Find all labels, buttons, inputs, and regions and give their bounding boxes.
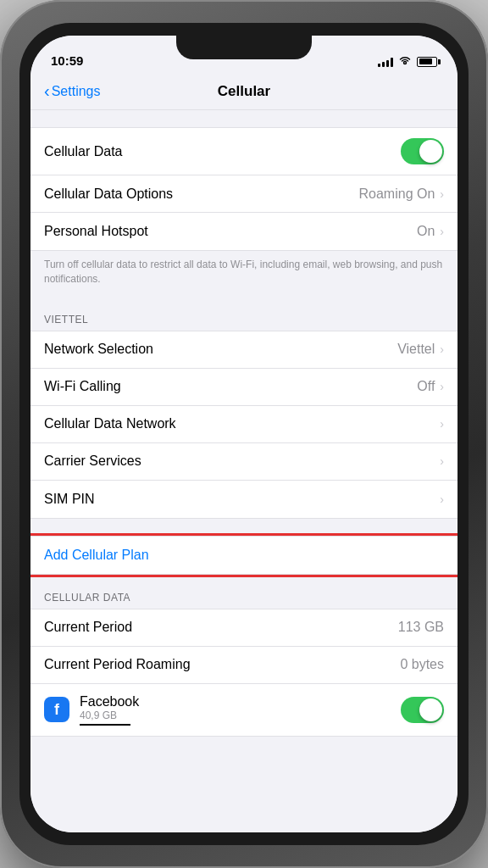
cellular-data-options-chevron-icon: › bbox=[440, 187, 444, 201]
facebook-size: 40,9 GB bbox=[80, 709, 401, 721]
phone-inner: 10:59 bbox=[19, 23, 469, 845]
current-period-roaming-value: 0 bytes bbox=[400, 657, 444, 672]
current-period-roaming-row: Current Period Roaming 0 bytes bbox=[30, 647, 458, 684]
cellular-data-network-chevron-icon: › bbox=[440, 417, 444, 431]
facebook-info: Facebook 40,9 GB bbox=[80, 694, 401, 726]
page-title: Cellular bbox=[218, 83, 270, 100]
personal-hotspot-label: Personal Hotspot bbox=[44, 224, 148, 239]
cellular-data-network-label: Cellular Data Network bbox=[44, 416, 176, 431]
viettel-settings-group: Network Selection Viettel › Wi-Fi Callin… bbox=[30, 331, 458, 519]
phone-frame: 10:59 bbox=[0, 0, 488, 868]
status-icons bbox=[378, 55, 437, 68]
sim-pin-chevron-icon: › bbox=[440, 492, 444, 506]
facebook-usage-bar bbox=[80, 724, 130, 726]
personal-hotspot-right: On › bbox=[417, 224, 444, 239]
signal-bar-1 bbox=[378, 64, 380, 67]
wifi-calling-label: Wi-Fi Calling bbox=[44, 379, 121, 394]
carrier-services-chevron-icon: › bbox=[440, 454, 444, 468]
viettel-section: VIETTEL Network Selection Viettel › bbox=[30, 314, 458, 519]
screen: 10:59 bbox=[30, 36, 458, 832]
cellular-data-options-value: Roaming On bbox=[359, 186, 435, 202]
cellular-data-section-label: CELLULAR DATA bbox=[30, 592, 458, 609]
cellular-data-network-right: › bbox=[440, 417, 444, 431]
add-cellular-plan-row[interactable]: Add Cellular Plan bbox=[30, 536, 458, 575]
add-cellular-plan-label: Add Cellular Plan bbox=[44, 548, 149, 562]
personal-hotspot-value: On bbox=[417, 224, 435, 239]
back-button[interactable]: ‹ Settings bbox=[44, 81, 100, 101]
current-period-roaming-right: 0 bytes bbox=[400, 657, 444, 672]
content-area: Cellular Data Cellular Data Options Roam… bbox=[30, 110, 458, 832]
network-selection-right: Viettel › bbox=[397, 342, 444, 357]
back-chevron-icon: ‹ bbox=[44, 81, 50, 101]
toggle-knob bbox=[419, 140, 442, 163]
personal-hotspot-chevron-icon: › bbox=[440, 225, 444, 238]
facebook-name: Facebook bbox=[80, 694, 401, 709]
current-period-row: Current Period 113 GB bbox=[30, 609, 458, 647]
current-period-roaming-label: Current Period Roaming bbox=[44, 657, 191, 672]
wifi-calling-right: Off › bbox=[417, 379, 444, 394]
cellular-data-network-row[interactable]: Cellular Data Network › bbox=[30, 406, 458, 443]
network-selection-chevron-icon: › bbox=[440, 342, 444, 356]
cellular-data-row[interactable]: Cellular Data bbox=[30, 128, 458, 175]
cellular-data-stats-group: Current Period 113 GB Current Period Roa… bbox=[30, 609, 458, 737]
facebook-row[interactable]: f Facebook 40,9 GB bbox=[30, 684, 458, 736]
facebook-icon: f bbox=[44, 697, 69, 722]
wifi-icon bbox=[398, 55, 412, 68]
status-time: 10:59 bbox=[51, 53, 83, 68]
current-period-right: 113 GB bbox=[398, 620, 444, 635]
wifi-calling-row[interactable]: Wi-Fi Calling Off › bbox=[30, 369, 458, 406]
battery-fill bbox=[419, 58, 432, 64]
bottom-spacer bbox=[30, 737, 458, 762]
signal-bar-4 bbox=[391, 58, 393, 67]
cellular-data-options-row[interactable]: Cellular Data Options Roaming On › bbox=[30, 175, 458, 213]
cellular-description: Turn off cellular data to restrict all d… bbox=[30, 251, 458, 297]
signal-bar-3 bbox=[386, 60, 389, 67]
network-selection-value: Viettel bbox=[397, 342, 435, 357]
carrier-services-label: Carrier Services bbox=[44, 453, 141, 469]
personal-hotspot-row[interactable]: Personal Hotspot On › bbox=[30, 213, 458, 250]
current-period-label: Current Period bbox=[44, 620, 132, 635]
viettel-section-label: VIETTEL bbox=[30, 314, 458, 331]
nav-bar: ‹ Settings Cellular bbox=[30, 73, 458, 110]
notch bbox=[176, 36, 312, 59]
cellular-data-options-label: Cellular Data Options bbox=[44, 186, 173, 202]
main-section: Cellular Data Cellular Data Options Roam… bbox=[30, 127, 458, 297]
network-selection-row[interactable]: Network Selection Viettel › bbox=[30, 331, 458, 369]
network-selection-label: Network Selection bbox=[44, 342, 153, 357]
add-plan-section: Add Cellular Plan bbox=[30, 536, 458, 575]
signal-bars-icon bbox=[378, 57, 393, 67]
sim-pin-label: SIM PIN bbox=[44, 492, 95, 507]
cellular-data-toggle[interactable] bbox=[401, 138, 444, 164]
carrier-services-row[interactable]: Carrier Services › bbox=[30, 443, 458, 481]
wifi-calling-chevron-icon: › bbox=[440, 380, 444, 393]
cellular-data-options-right: Roaming On › bbox=[359, 186, 445, 202]
facebook-letter: f bbox=[54, 701, 59, 719]
cellular-data-label: Cellular Data bbox=[44, 144, 122, 159]
facebook-toggle-knob bbox=[419, 698, 442, 721]
carrier-services-right: › bbox=[440, 454, 444, 468]
sim-pin-row[interactable]: SIM PIN › bbox=[30, 481, 458, 518]
wifi-calling-value: Off bbox=[417, 379, 435, 394]
current-period-value: 113 GB bbox=[398, 620, 444, 635]
cellular-data-section: CELLULAR DATA Current Period 113 GB Curr… bbox=[30, 592, 458, 737]
main-settings-group: Cellular Data Cellular Data Options Roam… bbox=[30, 127, 458, 251]
back-label: Settings bbox=[52, 84, 101, 99]
signal-bar-2 bbox=[382, 62, 385, 67]
battery-icon bbox=[417, 57, 437, 67]
facebook-toggle[interactable] bbox=[401, 697, 444, 723]
sim-pin-right: › bbox=[440, 492, 444, 506]
